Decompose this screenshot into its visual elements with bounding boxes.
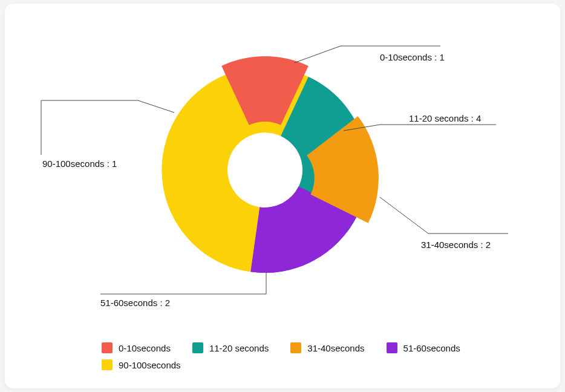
callout-line-90-100 (41, 100, 174, 155)
legend-swatch (102, 342, 113, 353)
legend-item-31-40: 31-40seconds (290, 342, 364, 353)
legend-swatch (102, 359, 113, 370)
legend-swatch (387, 342, 397, 353)
legend-label: 51-60seconds (403, 343, 460, 353)
legend: 0-10seconds 11-20 seconds 31-40seconds 5… (102, 342, 530, 370)
callout-line-51-60 (100, 273, 266, 294)
callout-90-100: 90-100seconds : 1 (42, 158, 117, 169)
callout-31-40: 31-40seconds : 2 (421, 240, 491, 250)
donut-hole (229, 134, 301, 206)
legend-swatch (192, 342, 203, 353)
legend-item-0-10: 0-10seconds (102, 342, 171, 353)
donut (162, 56, 379, 273)
callout-0-10: 0-10seconds : 1 (380, 52, 445, 62)
legend-item-90-100: 90-100seconds (102, 359, 181, 370)
legend-label: 0-10seconds (119, 343, 171, 353)
legend-swatch (290, 342, 301, 353)
callout-line-31-40 (380, 197, 508, 234)
callout-51-60: 51-60seconds : 2 (100, 298, 170, 308)
legend-label: 11-20 seconds (209, 343, 269, 353)
legend-label: 31-40seconds (307, 343, 364, 353)
callout-11-20: 11-20 seconds : 4 (409, 113, 481, 123)
legend-item-51-60: 51-60seconds (387, 342, 460, 353)
chart-card: 0-10seconds : 1 11-20 seconds : 4 31-40s… (5, 4, 560, 388)
legend-item-11-20: 11-20 seconds (192, 342, 269, 353)
donut-chart: 0-10seconds : 1 11-20 seconds : 4 31-40s… (5, 4, 560, 318)
legend-label: 90-100seconds (119, 360, 181, 370)
